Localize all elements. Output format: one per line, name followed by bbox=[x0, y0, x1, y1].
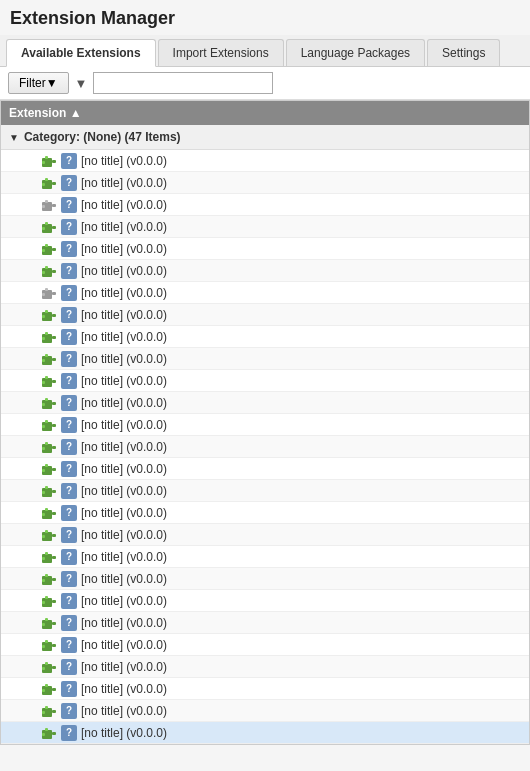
help-icon: ? bbox=[61, 725, 77, 741]
help-icon: ? bbox=[61, 395, 77, 411]
tab-available-extensions[interactable]: Available Extensions bbox=[6, 39, 156, 67]
svg-rect-54 bbox=[52, 446, 56, 449]
list-item[interactable]: ?[no title] (v0.0.0) bbox=[1, 370, 529, 392]
extension-icon bbox=[41, 307, 57, 323]
extension-icon bbox=[41, 175, 57, 191]
list-item[interactable]: ?[no title] (v0.0.0) bbox=[1, 480, 529, 502]
list-item[interactable]: ?[no title] (v0.0.0) bbox=[1, 436, 529, 458]
svg-rect-31 bbox=[42, 315, 45, 318]
list-item[interactable]: ?[no title] (v0.0.0) bbox=[1, 656, 529, 678]
extension-icon bbox=[41, 329, 57, 345]
svg-rect-34 bbox=[52, 336, 56, 339]
svg-rect-95 bbox=[42, 667, 45, 670]
list-item[interactable]: ?[no title] (v0.0.0) bbox=[1, 216, 529, 238]
extension-label: [no title] (v0.0.0) bbox=[81, 352, 167, 366]
svg-rect-19 bbox=[42, 249, 45, 252]
list-item[interactable]: ?[no title] (v0.0.0) bbox=[1, 612, 529, 634]
svg-rect-89 bbox=[45, 640, 48, 643]
list-item[interactable]: ?[no title] (v0.0.0) bbox=[1, 348, 529, 370]
extension-icon bbox=[41, 637, 57, 653]
extension-icon bbox=[41, 461, 57, 477]
list-item[interactable]: ?[no title] (v0.0.0) bbox=[1, 304, 529, 326]
help-icon: ? bbox=[61, 527, 77, 543]
svg-rect-106 bbox=[52, 732, 56, 735]
svg-rect-27 bbox=[42, 293, 45, 296]
svg-rect-102 bbox=[52, 710, 56, 713]
tab-settings[interactable]: Settings bbox=[427, 39, 500, 66]
list-item[interactable]: ?[no title] (v0.0.0) bbox=[1, 546, 529, 568]
svg-rect-9 bbox=[45, 200, 48, 203]
svg-rect-87 bbox=[42, 623, 45, 626]
list-item[interactable]: ?[no title] (v0.0.0) bbox=[1, 392, 529, 414]
svg-rect-22 bbox=[52, 270, 56, 273]
list-item[interactable]: ?[no title] (v0.0.0) bbox=[1, 282, 529, 304]
extension-label: [no title] (v0.0.0) bbox=[81, 704, 167, 718]
svg-rect-37 bbox=[45, 354, 48, 357]
list-item[interactable]: ?[no title] (v0.0.0) bbox=[1, 238, 529, 260]
svg-rect-42 bbox=[52, 380, 56, 383]
svg-rect-85 bbox=[45, 618, 48, 621]
svg-rect-62 bbox=[52, 490, 56, 493]
list-item[interactable]: ?[no title] (v0.0.0) bbox=[1, 700, 529, 722]
svg-rect-10 bbox=[52, 204, 56, 207]
extension-icon bbox=[41, 263, 57, 279]
svg-rect-38 bbox=[52, 358, 56, 361]
extension-icon bbox=[41, 703, 57, 719]
help-icon: ? bbox=[61, 417, 77, 433]
help-icon: ? bbox=[61, 483, 77, 499]
svg-rect-73 bbox=[45, 552, 48, 555]
extension-label: [no title] (v0.0.0) bbox=[81, 440, 167, 454]
svg-rect-45 bbox=[45, 398, 48, 401]
svg-rect-17 bbox=[45, 244, 48, 247]
tab-language-packages[interactable]: Language Packages bbox=[286, 39, 425, 66]
svg-rect-47 bbox=[42, 403, 45, 406]
svg-rect-7 bbox=[42, 183, 45, 186]
help-icon: ? bbox=[61, 373, 77, 389]
extension-icon bbox=[41, 241, 57, 257]
help-icon: ? bbox=[61, 263, 77, 279]
list-item[interactable]: ?[no title] (v0.0.0) bbox=[1, 414, 529, 436]
svg-rect-2 bbox=[52, 160, 56, 163]
filter-button[interactable]: Filter▼ bbox=[8, 72, 69, 94]
list-item[interactable]: ?[no title] (v0.0.0) bbox=[1, 172, 529, 194]
list-item[interactable]: ?[no title] (v0.0.0) bbox=[1, 568, 529, 590]
list-item[interactable]: ?[no title] (v0.0.0) bbox=[1, 678, 529, 700]
extension-icon bbox=[41, 351, 57, 367]
svg-rect-51 bbox=[42, 425, 45, 428]
list-item[interactable]: ?[no title] (v0.0.0) bbox=[1, 458, 529, 480]
svg-rect-14 bbox=[52, 226, 56, 229]
collapse-icon: ▼ bbox=[9, 132, 19, 143]
extension-icon bbox=[41, 373, 57, 389]
extension-label: [no title] (v0.0.0) bbox=[81, 242, 167, 256]
extension-label: [no title] (v0.0.0) bbox=[81, 638, 167, 652]
table-header[interactable]: Extension ▲ bbox=[1, 101, 529, 125]
list-item[interactable]: ?[no title] (v0.0.0) bbox=[1, 590, 529, 612]
search-input[interactable] bbox=[93, 72, 273, 94]
list-item[interactable]: ?[no title] (v0.0.0) bbox=[1, 194, 529, 216]
svg-rect-107 bbox=[42, 733, 45, 736]
svg-rect-58 bbox=[52, 468, 56, 471]
list-item[interactable]: ?[no title] (v0.0.0) bbox=[1, 150, 529, 172]
help-icon: ? bbox=[61, 615, 77, 631]
category-row[interactable]: ▼ Category: (None) (47 Items) bbox=[1, 125, 529, 150]
page-title: Extension Manager bbox=[0, 0, 530, 35]
list-item[interactable]: ?[no title] (v0.0.0) bbox=[1, 634, 529, 656]
extension-label: [no title] (v0.0.0) bbox=[81, 374, 167, 388]
extension-label: [no title] (v0.0.0) bbox=[81, 660, 167, 674]
list-item[interactable]: ?[no title] (v0.0.0) bbox=[1, 260, 529, 282]
svg-rect-55 bbox=[42, 447, 45, 450]
extension-label: [no title] (v0.0.0) bbox=[81, 506, 167, 520]
list-item[interactable]: ?[no title] (v0.0.0) bbox=[1, 326, 529, 348]
svg-rect-97 bbox=[45, 684, 48, 687]
help-icon: ? bbox=[61, 307, 77, 323]
list-item[interactable]: ?[no title] (v0.0.0) bbox=[1, 524, 529, 546]
list-item[interactable]: ?[no title] (v0.0.0) bbox=[1, 722, 529, 744]
help-icon: ? bbox=[61, 153, 77, 169]
tab-import-extensions[interactable]: Import Extensions bbox=[158, 39, 284, 66]
svg-rect-82 bbox=[52, 600, 56, 603]
list-item[interactable]: ?[no title] (v0.0.0) bbox=[1, 502, 529, 524]
extension-label: [no title] (v0.0.0) bbox=[81, 484, 167, 498]
extension-icon bbox=[41, 395, 57, 411]
svg-rect-1 bbox=[45, 156, 48, 159]
help-icon: ? bbox=[61, 637, 77, 653]
